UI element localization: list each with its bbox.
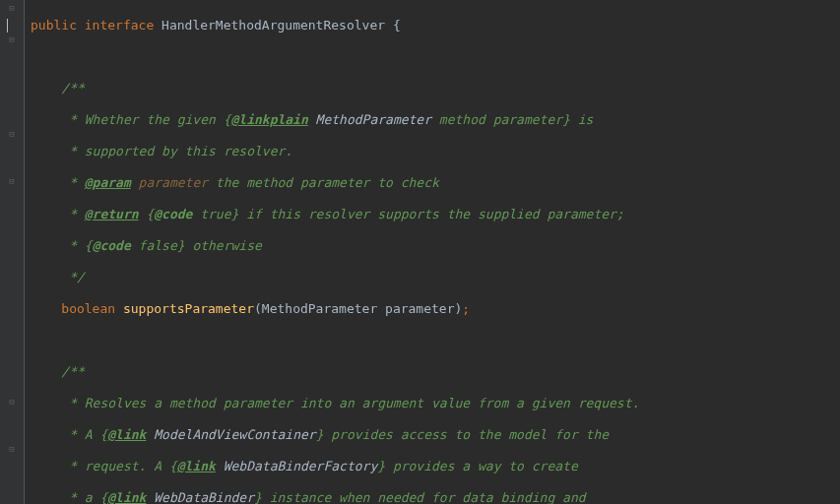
code-line: * supported by this resolver. [31, 144, 840, 159]
fold-marker[interactable]: ⊟ [7, 444, 17, 454]
keyword: public [31, 18, 77, 32]
fold-marker[interactable]: ⊟ [7, 34, 17, 44]
javadoc: * [31, 207, 85, 221]
javadoc-tag: @param [85, 175, 131, 190]
javadoc-tag: @link [107, 427, 146, 442]
javadoc-tag: @return [85, 207, 139, 221]
javadoc: * [31, 175, 85, 190]
javadoc: the method parameter to check [208, 175, 439, 190]
code-line: */ [31, 270, 840, 285]
keyword: interface [85, 18, 154, 32]
javadoc-tag: @code [93, 238, 131, 253]
javadoc-tag: @link [177, 459, 216, 473]
code-line: * request. A {@link WebDataBinderFactory… [31, 459, 840, 474]
code-line [31, 49, 840, 65]
javadoc: /** [31, 81, 85, 95]
javadoc: method parameter} is [431, 112, 593, 127]
javadoc-tag: @linkplain [231, 112, 308, 127]
code-line [31, 333, 840, 348]
fold-marker[interactable]: ⊟ [7, 397, 17, 407]
punct: { [385, 18, 401, 32]
fold-marker[interactable]: ⊟ [7, 176, 17, 186]
gutter: ⊟ ⊟ ⊟ ⊟ ⊟ ⊟ [0, 0, 25, 504]
javadoc: * { [31, 238, 93, 253]
type-name: HandlerMethodArgumentResolver [162, 18, 385, 32]
javadoc: */ [31, 270, 85, 284]
fold-marker[interactable]: ⊟ [7, 3, 17, 13]
javadoc: * Resolves a method parameter into an ar… [31, 396, 639, 410]
code-line: * @return {@code true} if this resolver … [31, 207, 840, 222]
caret-indicator [7, 19, 8, 32]
javadoc [308, 112, 316, 127]
code-line: * a {@link WebDataBinder} instance when … [31, 490, 840, 504]
code-area[interactable]: public interface HandlerMethodArgumentRe… [25, 0, 840, 504]
javadoc: * A { [31, 427, 107, 442]
keyword: boolean [61, 301, 115, 316]
javadoc: } provides access to the model for the [316, 427, 609, 442]
javadoc: * Whether the given { [31, 112, 231, 127]
javadoc: true} if this resolver supports the supp… [192, 207, 623, 221]
code-editor[interactable]: ⊟ ⊟ ⊟ ⊟ ⊟ ⊟ public interface HandlerMeth… [0, 0, 840, 504]
code-line: * A {@link ModelAndViewContainer} provid… [31, 427, 840, 443]
code-line: * {@code false} otherwise [31, 238, 840, 254]
code-line: * Whether the given {@linkplain MethodPa… [31, 112, 840, 128]
code-line: public interface HandlerMethodArgumentRe… [31, 18, 840, 33]
javadoc-link: ModelAndViewContainer [154, 427, 315, 442]
code-line: /** [31, 81, 840, 96]
javadoc-tag: @link [107, 490, 146, 504]
method-name: supportsParameter [123, 301, 254, 316]
javadoc: } instance when needed for data binding … [254, 490, 586, 504]
javadoc: * request. A { [31, 459, 177, 473]
javadoc-link: MethodParameter [316, 112, 431, 127]
punct: ; [462, 301, 470, 316]
javadoc: false} otherwise [131, 238, 262, 253]
javadoc: /** [31, 364, 85, 379]
code-line: boolean supportsParameter(MethodParamete… [31, 301, 840, 317]
javadoc: { [139, 207, 155, 221]
code-line: * Resolves a method parameter into an ar… [31, 396, 840, 411]
javadoc [216, 459, 224, 473]
javadoc [131, 175, 139, 190]
params: (MethodParameter parameter) [254, 301, 462, 316]
javadoc: * supported by this resolver. [31, 144, 292, 158]
javadoc-link: WebDataBinder [154, 490, 254, 504]
javadoc-tag: @code [154, 207, 192, 221]
code-line: /** [31, 364, 840, 380]
javadoc-link: WebDataBinderFactory [224, 459, 378, 473]
javadoc: * a { [31, 490, 107, 504]
javadoc: } provides a way to create [377, 459, 578, 473]
javadoc-param: parameter [139, 175, 208, 190]
code-line: * @param parameter the method parameter … [31, 175, 840, 191]
fold-marker[interactable]: ⊟ [7, 129, 17, 139]
